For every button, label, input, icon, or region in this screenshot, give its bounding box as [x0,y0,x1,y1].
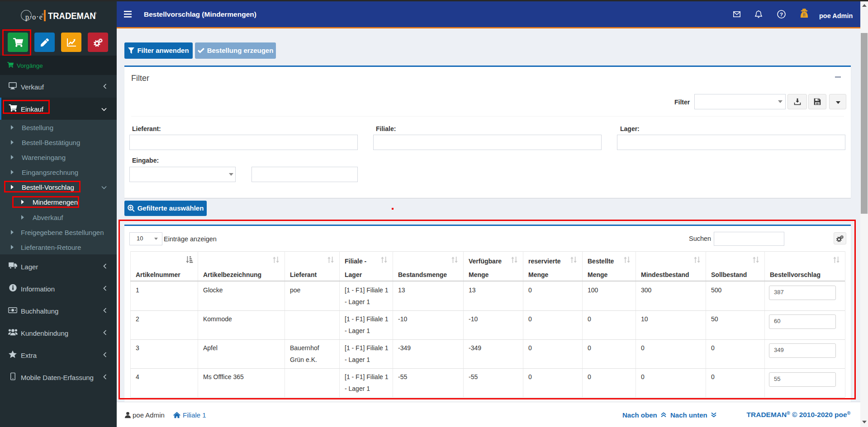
svg-text:?: ? [780,12,783,17]
